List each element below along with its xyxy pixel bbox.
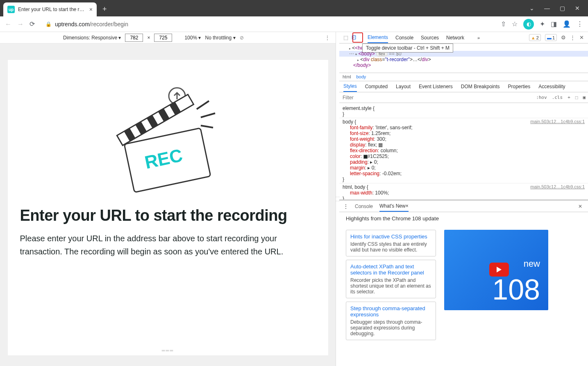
page-heading: Enter your URL to start the recording (20, 207, 316, 224)
tab-title: Enter your URL to start the recor (18, 7, 86, 12)
width-input[interactable] (125, 34, 143, 42)
extensions-icon[interactable]: ✦ (540, 20, 545, 28)
hov-button[interactable]: :hov (534, 95, 549, 100)
inspect-icon[interactable]: ⬚ (343, 34, 348, 41)
sidepanel-icon[interactable]: ◨ (551, 20, 557, 28)
drawer-close-icon[interactable]: ✕ (578, 204, 584, 209)
more-tabs-icon[interactable]: » (477, 35, 480, 40)
chrome-menu-icon[interactable]: ⋮ (577, 20, 583, 28)
drawer-tab-console[interactable]: Console (355, 204, 373, 209)
browser-tab[interactable]: up Enter your URL to start the recor × (3, 2, 97, 16)
share-icon[interactable]: ⇧ (501, 20, 506, 28)
pane-resize-handle[interactable]: ⋮⋮ (336, 32, 339, 366)
tab-layout[interactable]: Layout (396, 84, 411, 89)
tab-accessibility[interactable]: Accessibility (538, 84, 565, 89)
lock-icon: 🔒 (45, 21, 52, 27)
favicon: up (7, 6, 15, 13)
tab-console[interactable]: Console (395, 32, 413, 43)
styles-filter-input[interactable] (339, 95, 534, 101)
extension-uptrends-icon[interactable]: ◐ (523, 19, 534, 30)
drawer-tab-whatsnew[interactable]: What's New × (379, 201, 409, 212)
devtools-menu-icon[interactable]: ⋮ (570, 34, 575, 41)
tab-close-icon[interactable]: × (89, 6, 93, 13)
recorder-page: REC Enter your URL to start the recordin… (8, 60, 328, 355)
tab-network[interactable]: Network (446, 32, 464, 43)
tab-dom-breakpoints[interactable]: DOM Breakpoints (461, 84, 500, 89)
cls-button[interactable]: .cls (549, 95, 565, 100)
devtools-close-icon[interactable]: ✕ (579, 34, 584, 41)
settings-icon[interactable]: ⚙ (561, 34, 566, 41)
new-tab-button[interactable]: + (102, 5, 107, 14)
address-bar[interactable]: 🔒 uptrends.com/recorder/begin (41, 18, 495, 30)
back-icon[interactable]: ← (5, 21, 11, 28)
height-input[interactable] (154, 34, 172, 42)
device-icon[interactable]: ⬚ (573, 95, 581, 100)
reload-icon[interactable]: ⟳ (30, 20, 35, 28)
svg-line-11 (201, 126, 213, 128)
tab-elements[interactable]: Elements (368, 32, 388, 43)
source-link[interactable]: main.503c12…1c4b9.css:1 (530, 119, 585, 124)
device-toolbar-menu-icon[interactable]: ⋮ (325, 35, 330, 41)
tab-properties[interactable]: Properties (508, 84, 531, 89)
minimize-icon[interactable]: ― (544, 5, 550, 11)
svg-line-9 (197, 101, 209, 109)
add-rule-button[interactable]: + (565, 95, 573, 100)
throttle-select[interactable]: No throttling ▾ (205, 35, 235, 41)
highlights-heading: Highlights from the Chrome 108 update (346, 215, 581, 222)
maximize-icon[interactable]: ▢ (560, 5, 565, 11)
profile-icon[interactable]: 👤 (563, 20, 571, 28)
dimensions-select[interactable]: Dimensions: Responsive ▾ (63, 35, 121, 41)
dom-breadcrumb[interactable]: html body (339, 73, 588, 81)
whatsnew-card[interactable]: Step through comma-separated expressions… (346, 302, 436, 340)
svg-line-10 (201, 113, 215, 117)
promo-video[interactable]: new 108 (444, 230, 548, 310)
close-tab-icon[interactable]: × (406, 203, 409, 209)
tab-event-listeners[interactable]: Event Listeners (419, 84, 453, 89)
issues-badge[interactable]: ▬1 (545, 34, 557, 41)
zoom-select[interactable]: 100% ▾ (184, 35, 201, 41)
chevron-down-icon[interactable]: ⌄ (529, 5, 534, 11)
tab-sources[interactable]: Sources (421, 32, 439, 43)
tooltip: Toggle device toolbar - Ctrl + Shift + M (362, 43, 453, 53)
device-toolbar: Dimensions: Responsive ▾ × 100% ▾ No thr… (0, 32, 336, 43)
css-rules[interactable]: element.style { } main.503c12…1c4b9.css:… (339, 103, 588, 200)
forward-icon[interactable]: → (17, 21, 24, 28)
warnings-badge[interactable]: ▲2 (529, 34, 541, 41)
whatsnew-card[interactable]: Auto-detect XPath and text selectors in … (346, 260, 436, 298)
toggle-icon[interactable]: ▣ (580, 95, 588, 100)
bookmark-icon[interactable]: ☆ (512, 20, 518, 28)
rotate-icon[interactable]: ⊘ (240, 35, 244, 41)
close-window-icon[interactable]: ✕ (575, 5, 580, 11)
resize-handle-icon[interactable]: ═══ (162, 348, 174, 353)
page-body: Please enter your URL in the address bar… (20, 232, 316, 258)
drawer-menu-icon[interactable]: ⋮ (343, 204, 348, 209)
device-toggle-icon[interactable]: ⚀ (352, 34, 356, 41)
tab-computed[interactable]: Computed (365, 84, 388, 89)
tab-styles[interactable]: Styles (343, 81, 357, 92)
whatsnew-card[interactable]: Hints for inactive CSS properties Identi… (346, 230, 436, 256)
